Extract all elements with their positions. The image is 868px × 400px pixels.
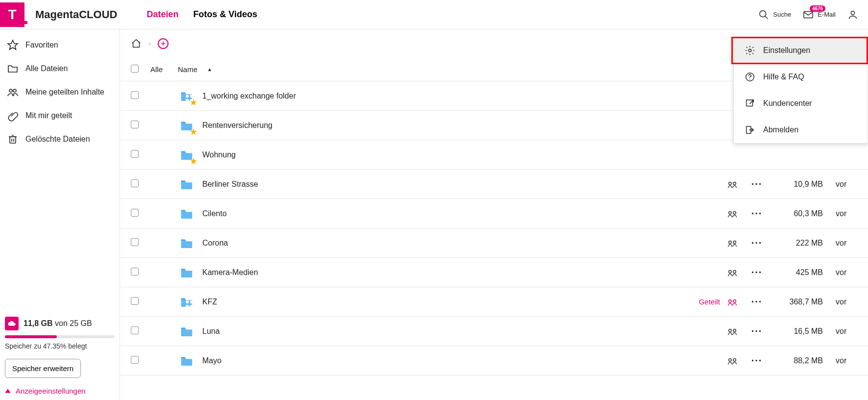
row-checkbox[interactable] — [131, 268, 139, 275]
expand-storage-button[interactable]: Speicher erweitern — [5, 359, 81, 378]
row-time: vor — [828, 209, 857, 218]
star-icon — [190, 128, 197, 136]
storage-used: 11,8 GB — [24, 319, 53, 327]
table-row[interactable]: Corona ··· 222 MB vor — [120, 228, 868, 258]
row-more-button[interactable]: ··· — [751, 178, 763, 190]
sidebar-item-all[interactable]: Alle Dateien — [7, 63, 115, 75]
folder-icon — [178, 148, 195, 162]
user-icon — [847, 9, 858, 20]
gear-icon — [745, 45, 755, 56]
nav-media[interactable]: Fotos & Videos — [193, 9, 257, 20]
chevron-up-icon — [5, 388, 11, 394]
row-more-button[interactable]: ··· — [751, 267, 763, 278]
row-name: Wohnung — [202, 150, 236, 159]
row-size: 60,3 MB — [769, 209, 828, 218]
row-size: 10,9 MB — [769, 180, 828, 189]
col-all-label[interactable]: Alle — [150, 65, 178, 74]
sidebar-item-label: Gelöschte Dateien — [25, 135, 90, 144]
row-more-button[interactable]: ··· — [751, 237, 763, 249]
table-row[interactable]: Luna ··· 16,5 MB vor — [120, 317, 868, 346]
row-checkbox[interactable] — [131, 179, 139, 187]
col-name-header[interactable]: Name ▲ — [178, 65, 691, 74]
folder-icon — [178, 324, 195, 339]
share-icon[interactable] — [727, 297, 738, 307]
row-checkbox[interactable] — [131, 91, 139, 99]
cloud-upload-icon — [5, 317, 19, 330]
folder-icon — [178, 265, 195, 280]
search-button[interactable]: Suche — [758, 9, 791, 20]
table-row[interactable]: KFZ Geteilt ··· 368,7 MB vor — [120, 287, 868, 317]
sidebar-item-label: Mit mir geteilt — [25, 111, 72, 120]
row-more-button[interactable]: ··· — [751, 325, 763, 337]
folder-icon — [178, 353, 195, 368]
row-size: 222 MB — [769, 239, 828, 248]
row-name: Cilento — [202, 209, 227, 218]
row-more-button[interactable]: ··· — [751, 296, 763, 307]
menu-help[interactable]: Hilfe & FAQ — [734, 64, 868, 90]
nav-files[interactable]: Dateien — [146, 9, 178, 20]
table-row[interactable]: Kamera-Medien ··· 425 MB vor — [120, 258, 868, 287]
menu-settings[interactable]: Einstellungen — [734, 37, 868, 64]
table-row[interactable]: Mayo ··· 88,2 MB vor — [120, 346, 868, 375]
row-name: Berliner Strasse — [202, 180, 258, 189]
star-icon — [7, 39, 19, 51]
row-time: vor — [828, 327, 857, 336]
row-more-button[interactable]: ··· — [751, 355, 763, 366]
sidebar-item-trash[interactable]: Gelöschte Dateien — [7, 133, 115, 145]
mail-button[interactable]: 4676 E-Mail — [803, 9, 836, 20]
sidebar-item-favorites[interactable]: Favoriten — [7, 39, 115, 51]
share-icon[interactable] — [727, 355, 738, 366]
row-checkbox[interactable] — [131, 326, 139, 334]
menu-logout[interactable]: Abmelden — [734, 117, 868, 143]
brand-logo: T — [0, 2, 24, 27]
row-checkbox[interactable] — [131, 356, 139, 364]
row-name: 1_working exchange folder — [202, 92, 296, 100]
table-row[interactable]: Cilento ··· 60,3 MB vor — [120, 199, 868, 228]
storage-note: Speicher zu 47.35% belegt — [5, 342, 115, 350]
table-row[interactable]: Wohnung — [120, 140, 868, 170]
row-more-button[interactable]: ··· — [751, 208, 763, 219]
row-checkbox[interactable] — [131, 209, 139, 217]
table-row[interactable]: Berliner Strasse ··· 10,9 MB vor — [120, 170, 868, 199]
sidebar-item-myshared[interactable]: Meine geteilten Inhalte — [7, 86, 115, 98]
home-icon[interactable] — [131, 38, 142, 49]
folder-icon — [178, 177, 195, 192]
row-checkbox[interactable] — [131, 150, 139, 158]
row-name: Kamera-Medien — [202, 268, 258, 277]
display-settings-link[interactable]: Anzeigeeinstellungen — [5, 387, 115, 395]
select-all-checkbox[interactable] — [131, 65, 139, 73]
share-icon[interactable] — [727, 179, 738, 190]
app-header: T MagentaCLOUD Dateien Fotos & Videos Su… — [0, 0, 868, 29]
share-icon[interactable] — [727, 208, 738, 219]
sort-asc-icon: ▲ — [207, 67, 212, 72]
folder-icon — [178, 295, 195, 309]
row-time: vor — [828, 180, 857, 189]
shared-label: Geteilt — [699, 298, 720, 306]
row-size: 368,7 MB — [769, 298, 828, 306]
add-button[interactable]: ＋ — [158, 38, 169, 49]
people-icon — [7, 86, 19, 98]
logout-icon — [745, 125, 755, 135]
share-icon[interactable] — [727, 238, 738, 249]
menu-kundencenter[interactable]: Kundencenter — [734, 90, 868, 117]
trash-icon — [7, 133, 19, 145]
folder-icon — [7, 63, 19, 75]
share-icon[interactable] — [727, 326, 738, 337]
row-name: Luna — [202, 327, 220, 336]
svg-marker-24 — [5, 389, 10, 393]
mail-badge: 4676 — [810, 5, 825, 12]
row-name: Rentenversicherung — [202, 121, 272, 130]
storage-total: 25 GB — [70, 319, 92, 327]
row-checkbox[interactable] — [131, 238, 139, 246]
account-button[interactable] — [847, 9, 858, 20]
row-checkbox[interactable] — [131, 297, 139, 305]
sidebar-item-shared[interactable]: Mit mir geteilt — [7, 110, 115, 122]
top-nav: Dateien Fotos & Videos — [146, 9, 257, 20]
row-checkbox[interactable] — [131, 121, 139, 128]
share-icon[interactable] — [727, 267, 738, 278]
row-time: vor — [828, 268, 857, 277]
search-icon — [758, 9, 769, 20]
clip-icon — [7, 110, 19, 122]
main-content: › ＋ Alle Name ▲ 1_working exchange folde… — [120, 29, 868, 400]
sidebar-item-label: Meine geteilten Inhalte — [25, 88, 104, 97]
